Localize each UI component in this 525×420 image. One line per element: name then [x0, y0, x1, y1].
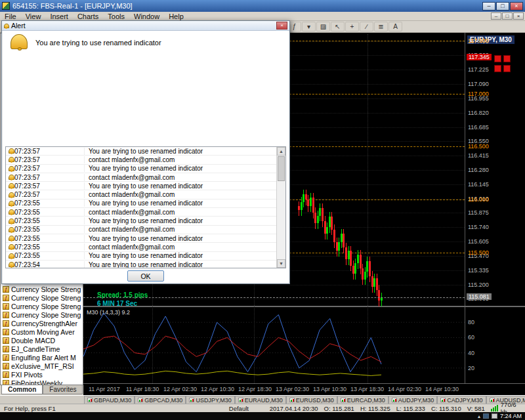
- chart-tab-usdjpy[interactable]: USDJPY,M30: [186, 396, 234, 404]
- alert-row[interactable]: 07:23:55You are trying to use renamed in…: [6, 252, 285, 261]
- navigator-item[interactable]: ƒeXclusive_MTF_RSI: [1, 362, 83, 370]
- time-axis-label: 12 Apr 10:30: [201, 386, 234, 392]
- status-close: C: 115.310: [431, 405, 461, 412]
- navigator-tab-favorites[interactable]: Favorites: [43, 385, 83, 394]
- alert-row[interactable]: 07:23:57You are trying to use renamed in…: [6, 147, 285, 156]
- chart-tab-audjpy[interactable]: AUDJPY,M30: [388, 396, 437, 404]
- mini-chart-icon: [138, 398, 143, 402]
- alert-row[interactable]: 07:23:54You are trying to use renamed in…: [6, 261, 285, 268]
- candle: [369, 261, 371, 276]
- signal-square: [503, 65, 511, 72]
- navigator-item[interactable]: ƒCurrency Slope Streng: [1, 293, 83, 302]
- status-volume: V: 581: [467, 405, 485, 412]
- scrollbar-thumb[interactable]: [278, 156, 285, 181]
- close-button[interactable]: ×: [510, 2, 523, 10]
- chart-tab-eurusd[interactable]: EURUSD,M30: [286, 396, 337, 404]
- navigator-item[interactable]: ƒCurrency Slope Streng: [1, 285, 83, 293]
- alert-time: 07:23:54: [14, 261, 84, 268]
- navigator-item[interactable]: ƒCustom Moving Aver: [1, 327, 83, 336]
- navigator-tab-common[interactable]: Common: [1, 385, 43, 394]
- tray-chevron-icon[interactable]: ▴: [478, 413, 480, 419]
- navigator-item[interactable]: ƒCurrencyStrengthAler: [1, 319, 83, 327]
- time-axis-label: 14 Apr 02:30: [388, 386, 421, 392]
- menu-charts[interactable]: Charts: [73, 12, 103, 20]
- menu-view[interactable]: View: [21, 12, 46, 20]
- alert-row[interactable]: 07:23:55contact mladenfx@gmail.com: [6, 208, 285, 217]
- candle: [371, 276, 373, 287]
- alert-row[interactable]: 07:23:57You are trying to use renamed in…: [6, 182, 285, 190]
- alert-row[interactable]: 07:23:55contact mladenfx@gmail.com: [6, 226, 285, 234]
- toolbar-periods[interactable]: ▾: [302, 22, 316, 32]
- child-restore-button[interactable]: □: [502, 12, 513, 20]
- alert-row[interactable]: 07:23:57You are trying to use renamed in…: [6, 165, 285, 173]
- toolbar-crosshair[interactable]: +: [345, 22, 359, 32]
- navigator-item[interactable]: ƒEJ_CandleTime: [1, 345, 83, 353]
- price-tick: 117.090: [468, 81, 489, 87]
- time-axis-label: 12 Apr 18:30: [238, 386, 272, 392]
- chart-tab-euraud[interactable]: EURAUD,M30: [235, 396, 286, 404]
- connection-bars-icon: [491, 405, 499, 411]
- alert-row[interactable]: 07:23:55You are trying to use renamed in…: [6, 234, 285, 243]
- chart-tab-gbpcad[interactable]: GBPCAD,M30: [135, 396, 186, 404]
- status-profile[interactable]: Default: [229, 405, 270, 412]
- alert-row[interactable]: 07:23:57contact mladenfx@gmail.com: [6, 173, 285, 182]
- alert-row[interactable]: 07:23:55contact mladenfx@gmail.com: [6, 243, 285, 251]
- navigator-item-label: FXI Pivots: [11, 371, 43, 379]
- scroll-down-button[interactable]: ▼: [277, 259, 285, 268]
- child-window-controls: –□×: [490, 12, 524, 20]
- chart-tab-eurcad[interactable]: EURCAD,M30: [337, 396, 388, 404]
- ok-button[interactable]: OK: [127, 270, 164, 282]
- price-tick: 115.740: [468, 224, 489, 230]
- navigator-item[interactable]: ƒCurrency Slope Streng: [1, 310, 83, 319]
- alert-row[interactable]: 07:23:57contact mladenfx@gmail.com: [6, 156, 285, 164]
- menu-file[interactable]: File: [0, 12, 21, 20]
- toolbar-text-label[interactable]: A: [388, 22, 402, 32]
- alert-text: contact mladenfx@gmail.com: [84, 209, 175, 216]
- window-titlebar[interactable]: 654155: FBS-Real-1 - [EURJPY,M30] –□×: [0, 0, 525, 12]
- maximize-button[interactable]: □: [496, 2, 509, 10]
- chart-tab-gbpaud[interactable]: GBPAUD,M30: [84, 396, 135, 404]
- navigator-item[interactable]: ƒEngulfing Bar Alert M: [1, 353, 83, 362]
- minimize-button[interactable]: –: [482, 2, 495, 10]
- toolbar-cursor[interactable]: ↖: [331, 22, 345, 32]
- candle: [298, 206, 300, 210]
- menu-help[interactable]: Help: [164, 12, 188, 20]
- volume-tray-icon[interactable]: [492, 413, 497, 419]
- menu-window[interactable]: Window: [129, 12, 164, 20]
- alert-dialog-titlebar[interactable]: Alert ×: [2, 21, 289, 31]
- toolbar-fibonacci[interactable]: ≣: [374, 22, 388, 32]
- mini-chart-icon: [87, 398, 93, 402]
- alert-row[interactable]: 07:23:55You are trying to use renamed in…: [6, 200, 285, 208]
- child-close-button[interactable]: ×: [513, 12, 524, 20]
- grid-line: [83, 285, 465, 285]
- alert-time: 07:23:57: [14, 191, 84, 198]
- grid-line: [83, 299, 465, 299]
- navigator-item[interactable]: ƒCurrency Slope Streng: [1, 302, 83, 310]
- windows-taskbar[interactable]: ▴ 7:24 AM: [0, 412, 525, 420]
- navigator-item[interactable]: ƒFXI Pivots: [1, 370, 83, 379]
- child-minimize-button[interactable]: –: [491, 12, 501, 20]
- status-low: L: 115.233: [396, 405, 425, 412]
- alert-history-list[interactable]: 07:23:57You are trying to use renamed in…: [5, 146, 286, 268]
- menu-tools[interactable]: Tools: [103, 12, 129, 20]
- dialog-close-button[interactable]: ×: [276, 22, 287, 30]
- chart-tabs-bar: GBPAUD,M30GBPCAD,M30USDJPY,M30EURAUD,M30…: [0, 395, 525, 404]
- navigator-item[interactable]: ƒDouble MACD: [1, 336, 83, 345]
- toolbar-trendline[interactable]: ∕: [360, 22, 373, 32]
- navigator-item[interactable]: ƒFibPointsWeekly: [1, 379, 83, 385]
- scroll-up-button[interactable]: ▲: [277, 147, 285, 156]
- bell-icon: [9, 157, 14, 162]
- candle: [343, 234, 345, 247]
- chart-tab-cadjpy[interactable]: CADJPY,M30: [437, 396, 486, 404]
- navigator-item-label: Currency Slope Streng: [11, 311, 81, 319]
- toolbar-templates[interactable]: ▨: [316, 22, 330, 32]
- candle: [319, 208, 321, 215]
- alert-row[interactable]: 07:23:57contact mladenfx@gmail.com: [6, 190, 285, 199]
- taskbar-clock[interactable]: 7:24 AM: [500, 413, 522, 419]
- status-datetime: 2017.04.14 20:30: [270, 405, 318, 412]
- network-tray-icon[interactable]: [483, 413, 489, 419]
- alert-row[interactable]: 07:23:55You are trying to use renamed in…: [6, 217, 285, 225]
- menu-insert[interactable]: Insert: [45, 12, 73, 20]
- chart-tab-label: USDJPY,M30: [196, 397, 231, 404]
- alert-list-scrollbar[interactable]: ▲ ▼: [276, 147, 285, 268]
